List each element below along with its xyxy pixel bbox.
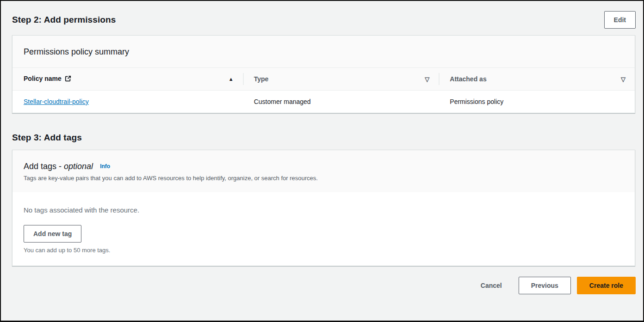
external-link-icon (65, 75, 71, 83)
step2-heading: Step 2: Add permissions (12, 15, 116, 25)
step3-heading: Step 3: Add tags (12, 133, 82, 143)
policy-table-header: Policy name ▲ Type ▽ Attached as ▽ (12, 67, 635, 91)
column-header-attached-as[interactable]: Attached as ▽ (439, 68, 635, 90)
add-tags-panel: Add tags - optional Info Tags are key-va… (12, 150, 635, 266)
no-tags-message: No tags associated with the resource. (24, 206, 624, 214)
footer-actions: Cancel Previous Create role (12, 277, 636, 294)
cancel-button[interactable]: Cancel (481, 278, 502, 293)
permissions-panel-header: Permissions policy summary (12, 36, 635, 67)
edit-button[interactable]: Edit (604, 11, 636, 29)
column-header-policy-name[interactable]: Policy name ▲ (12, 68, 243, 90)
permissions-panel-title: Permissions policy summary (24, 47, 624, 57)
info-link[interactable]: Info (100, 163, 110, 170)
add-tags-panel-body: No tags associated with the resource. Ad… (12, 192, 635, 266)
step3-header-row: Step 3: Add tags (12, 133, 636, 143)
add-tags-title-text: Add tags - (24, 162, 62, 171)
add-tags-description: Tags are key-value pairs that you can ad… (24, 175, 624, 182)
previous-button[interactable]: Previous (519, 277, 571, 294)
sort-ascending-icon[interactable]: ▲ (229, 76, 234, 82)
policy-name-link[interactable]: Stellar-cloudtrail-policy (24, 98, 89, 105)
step2-header-row: Step 2: Add permissions Edit (12, 11, 636, 29)
create-role-button[interactable]: Create role (577, 277, 636, 294)
tag-limit-hint: You can add up to 50 more tags. (24, 247, 624, 254)
policy-name-cell: Stellar-cloudtrail-policy (12, 91, 243, 113)
column-header-type[interactable]: Type ▽ (243, 68, 439, 90)
add-new-tag-button[interactable]: Add new tag (24, 225, 81, 243)
type-column-label: Type (254, 75, 269, 83)
policy-attached-as-cell: Permissions policy (439, 91, 635, 113)
filter-icon[interactable]: ▽ (621, 76, 625, 83)
permissions-policy-panel: Permissions policy summary Policy name ▲… (12, 35, 635, 113)
attached-as-column-label: Attached as (450, 75, 486, 83)
filter-icon[interactable]: ▽ (425, 76, 429, 83)
policy-name-column-label: Policy name (24, 75, 71, 83)
optional-label: optional (64, 162, 93, 171)
add-tags-panel-title: Add tags - optional Info (24, 162, 624, 171)
add-tags-panel-header: Add tags - optional Info Tags are key-va… (12, 150, 635, 192)
policy-type-cell: Customer managed (243, 91, 439, 113)
policy-table-row: Stellar-cloudtrail-policy Customer manag… (12, 91, 635, 113)
